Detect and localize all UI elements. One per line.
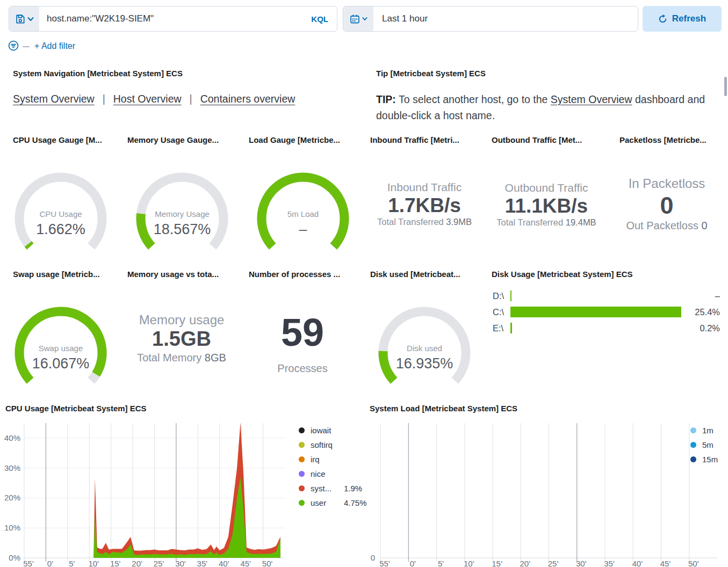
legend-item-user[interactable]: user4.75% [299, 497, 367, 508]
legend-dot [690, 442, 696, 448]
cpu-chart-legend: iowait softirq irq nice syst...1.9% user… [299, 425, 367, 508]
svg-text:30%: 30% [4, 463, 20, 473]
disk-gauge-value: 16.935% [364, 355, 485, 372]
legend-item-irq[interactable]: irq [299, 454, 367, 464]
system-load-chart: 55'0'5'10'15'20'25'30'35'40'45'50'0 [365, 403, 728, 567]
panel-title-memory-vs: Memory usage vs tota... [127, 270, 219, 279]
svg-text:45': 45' [240, 559, 251, 567]
svg-text:20%: 20% [4, 493, 20, 502]
memory-usage-value: 1.5GB [121, 328, 242, 351]
legend-dot [690, 456, 696, 462]
legend-dot [299, 442, 305, 448]
legend-item-iowait[interactable]: iowait [299, 425, 367, 435]
link-containers-overview[interactable]: Containers overview [200, 93, 295, 105]
outbound-traffic-sub: Total Transferred 19.4MB [486, 217, 607, 228]
load-gauge-value: – [242, 221, 364, 238]
svg-text:5': 5' [69, 559, 75, 567]
svg-text:0%: 0% [9, 553, 20, 562]
svg-text:0: 0 [371, 553, 375, 562]
svg-text:20': 20' [520, 559, 530, 567]
panel-title-swap-gauge: Swap usage [Metricb... [13, 270, 100, 279]
disk-row-label-e: E:\ [493, 323, 503, 333]
query-language-badge[interactable]: KQL [302, 6, 337, 31]
inbound-traffic-label: Inbound Traffic [364, 181, 485, 194]
svg-text:35': 35' [197, 559, 208, 567]
svg-text:15': 15' [110, 559, 121, 567]
date-picker: Last 1 hour [343, 6, 638, 32]
svg-text:40': 40' [219, 559, 229, 567]
disk-row-value-c: 25.4% [682, 307, 720, 317]
svg-text:0': 0' [410, 559, 416, 567]
legend-item-5m[interactable]: 5m [690, 439, 718, 450]
time-range-value[interactable]: Last 1 hour [373, 6, 638, 31]
legend-dot [299, 471, 305, 477]
legend-item-nice[interactable]: nice [299, 468, 367, 479]
disk-gauge-label: Disk used [364, 344, 485, 353]
date-quick-menu-button[interactable] [343, 6, 373, 31]
svg-text:30': 30' [175, 559, 186, 567]
swap-gauge-label: Swap usage [0, 344, 121, 353]
outbound-traffic-value: 11.1KB/s [486, 195, 607, 217]
legend-item-1m[interactable]: 1m [690, 425, 718, 435]
svg-text:5': 5' [438, 559, 444, 567]
tip-text: TIP: To select another host, go to the S… [376, 91, 723, 123]
nav-links: System Overview | Host Overview | Contai… [13, 93, 295, 105]
load-gauge-label: 5m Load [242, 209, 364, 219]
svg-text:55': 55' [23, 559, 34, 567]
legend-dot [690, 427, 696, 433]
svg-text:45': 45' [660, 559, 671, 567]
panel-title-processes: Number of processes ... [249, 270, 340, 279]
cpu-gauge-value: 1.662% [0, 221, 121, 238]
legend-item-system[interactable]: syst...1.9% [299, 483, 367, 493]
chevron-down-icon [362, 17, 367, 21]
outbound-traffic-label: Outbound Traffic [486, 181, 607, 194]
refresh-label: Refresh [672, 13, 706, 24]
legend-dot [299, 500, 305, 506]
filter-icon[interactable] [8, 40, 19, 51]
svg-text:50': 50' [688, 559, 699, 567]
link-system-overview[interactable]: System Overview [13, 93, 95, 105]
panel-title-load-gauge: Load Gauge [Metricbe... [249, 135, 340, 144]
svg-text:25': 25' [154, 559, 164, 567]
cpu-gauge-label: CPU Usage [0, 209, 121, 219]
svg-text:30': 30' [576, 559, 587, 567]
panel-title-tip: Tip [Metricbeat System] ECS [376, 69, 486, 78]
query-bar: KQL [9, 6, 337, 32]
process-count-value: 59 [242, 310, 363, 354]
disk-bar-e [510, 323, 512, 333]
inbound-traffic-value: 1.7KB/s [364, 194, 485, 217]
svg-text:40%: 40% [4, 433, 20, 442]
disk-bar-c [510, 307, 681, 317]
legend-item-15m[interactable]: 15m [690, 454, 718, 464]
link-host-overview[interactable]: Host Overview [113, 93, 182, 105]
in-packetloss-value: 0 [606, 192, 727, 220]
legend-item-softirq[interactable]: softirq [299, 439, 367, 450]
legend-dot [299, 456, 305, 462]
svg-text:35': 35' [604, 559, 615, 567]
memory-gauge-value: 18.567% [121, 221, 243, 238]
in-packetloss-label: In Packetloss [606, 176, 727, 191]
panel-title-packetloss: Packetloss [Metricbe... [619, 135, 707, 144]
saved-query-menu-button[interactable] [9, 6, 39, 31]
disk-bar-d [510, 290, 511, 301]
total-memory-sub: Total Memory 8GB [121, 352, 242, 364]
refresh-button[interactable]: Refresh [643, 6, 722, 32]
kibana-dashboard: KQL Last 1 hour Refresh [0, 0, 728, 567]
memory-gauge-label: Memory Usage [121, 209, 243, 219]
refresh-icon [658, 14, 667, 24]
memory-usage-label: Memory usage [121, 312, 242, 328]
svg-text:15': 15' [492, 559, 502, 567]
disk-row-value-e: 0.2% [682, 323, 720, 333]
process-count-label: Processes [242, 362, 363, 375]
panel-title-inbound: Inbound Traffic [Metri... [370, 135, 459, 144]
nav-separator: | [190, 93, 192, 105]
tip-link-system-overview[interactable]: System Overview [551, 93, 632, 105]
page-scrollbar-thumb[interactable] [724, 77, 727, 96]
search-query-input[interactable] [39, 6, 302, 31]
svg-text:10': 10' [464, 559, 474, 567]
disk-row-value-d: – [682, 291, 720, 301]
add-filter-button[interactable]: + Add filter [34, 41, 75, 51]
calendar-icon [350, 14, 360, 24]
svg-text:10': 10' [88, 559, 99, 567]
disk-row-label-d: D:\ [493, 291, 504, 301]
